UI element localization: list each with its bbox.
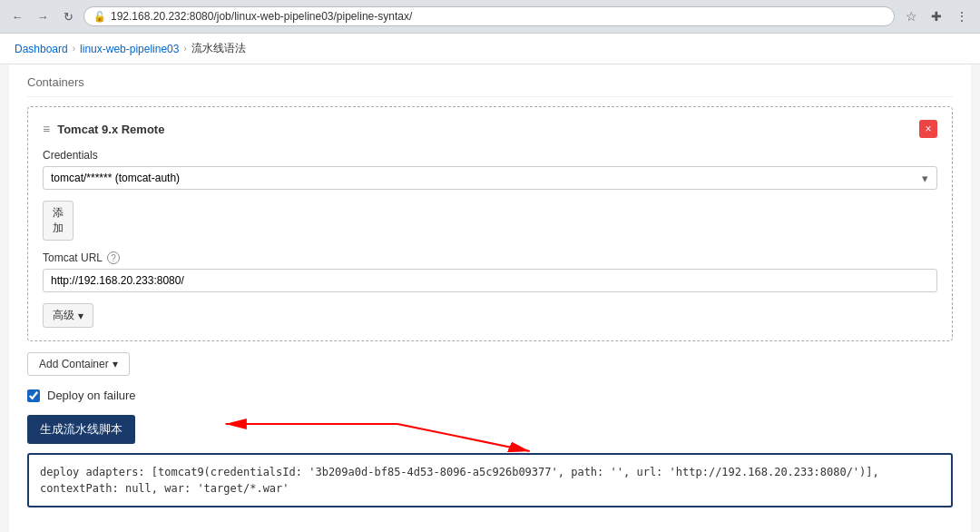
drag-handle-icon[interactable]: ≡ [43,122,50,136]
generate-pipeline-script-button[interactable]: 生成流水线脚本 [27,415,135,444]
credentials-label: Credentials [43,149,937,162]
share-button[interactable]: ✚ [926,5,947,27]
deploy-on-failure-checkbox[interactable] [27,389,40,402]
svg-line-1 [397,424,530,451]
breadcrumb-dashboard[interactable]: Dashboard [15,43,68,55]
containers-section-header: Containers [27,64,953,97]
container-card-header: ≡ Tomcat 9.x Remote × [43,120,937,138]
credentials-group: Credentials tomcat/****** (tomcat-auth) [43,149,937,190]
advanced-chevron-icon: ▾ [78,310,83,322]
address-text: 192.168.20.232:8080/job/linux-web-pipeli… [111,10,885,23]
container-card: ≡ Tomcat 9.x Remote × Credentials tomcat… [27,106,953,341]
advanced-label: 高级 [53,308,74,323]
forward-button[interactable]: → [33,6,53,26]
add-container-label: Add Container [39,358,109,370]
main-content: Containers ≡ Tomcat 9.x Remote × Credent… [9,64,971,532]
deploy-on-failure-label: Deploy on failure [47,389,136,402]
back-button[interactable]: ← [7,6,27,26]
container-name-label: Tomcat 9.x Remote [57,123,164,136]
tomcat-url-label: Tomcat URL ? [43,251,937,264]
annotation-area: 生成流水线脚本 [27,415,953,453]
advanced-button[interactable]: 高级 ▾ [43,303,93,328]
add-credentials-button[interactable]: 添 加 [43,201,74,241]
close-container-button[interactable]: × [919,120,937,138]
security-icon: 🔓 [93,11,106,23]
credentials-select[interactable]: tomcat/****** (tomcat-auth) [43,166,937,190]
add-container-chevron-icon: ▾ [113,358,118,370]
browser-toolbar: ← → ↻ 🔓 192.168.20.232:8080/job/linux-we… [0,0,980,33]
container-card-title: ≡ Tomcat 9.x Remote [43,122,164,136]
deploy-on-failure-row: Deploy on failure [27,389,953,402]
credentials-select-wrapper: tomcat/****** (tomcat-auth) [43,166,937,190]
breadcrumb-sep-2: › [183,44,186,54]
add-container-button[interactable]: Add Container ▾ [27,352,130,376]
annotation-arrows [27,369,953,460]
bookmark-button[interactable]: ☆ [900,5,922,27]
breadcrumb-sep-1: › [73,44,75,54]
browser-chrome: ← → ↻ 🔓 192.168.20.232:8080/job/linux-we… [0,0,980,34]
breadcrumb: Dashboard › linux-web-pipeline03 › 流水线语法 [0,34,980,64]
address-bar[interactable]: 🔓 192.168.20.232:8080/job/linux-web-pipe… [83,6,895,26]
code-output: deploy adapters: [tomcat9(credentialsId:… [27,453,953,507]
toolbar-actions: ☆ ✚ ⋮ [900,5,973,27]
menu-button[interactable]: ⋮ [951,5,973,27]
breadcrumb-pipeline[interactable]: linux-web-pipeline03 [80,43,179,55]
breadcrumb-current: 流水线语法 [191,41,246,56]
tomcat-url-input[interactable] [43,269,937,292]
tomcat-url-help-icon[interactable]: ? [107,251,120,264]
global-vars-section: 全局变量 There are many features of the Pipe… [27,526,953,532]
refresh-button[interactable]: ↻ [58,6,78,26]
tomcat-url-group: Tomcat URL ? [43,251,937,292]
